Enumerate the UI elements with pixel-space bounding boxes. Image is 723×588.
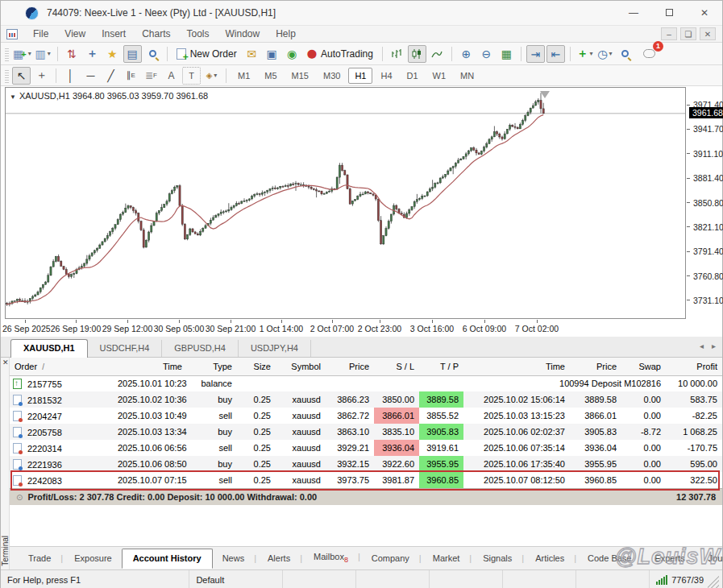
profiles-button[interactable]: ▥▾ bbox=[34, 45, 52, 63]
table-row[interactable]: 22042472025.10.03 10:49:56sell0.25xauusd… bbox=[10, 408, 722, 424]
horizontal-line-tool-icon[interactable]: ─ bbox=[81, 67, 100, 85]
channel-tool-icon[interactable]: ∥E bbox=[122, 67, 140, 85]
menu-window[interactable]: Window bbox=[218, 28, 268, 39]
column-header-size[interactable]: Size bbox=[237, 358, 276, 375]
periods-button[interactable]: ◷▾ bbox=[596, 45, 614, 63]
terminal-tab-news[interactable]: News| bbox=[217, 550, 262, 566]
vertical-line-tool-icon[interactable]: │ bbox=[61, 67, 80, 85]
fibonacci-tool-icon[interactable]: ≣F bbox=[142, 67, 160, 85]
terminal-tab-exposure[interactable]: Exposure bbox=[69, 550, 117, 566]
terminal-close-icon[interactable]: ✕ bbox=[2, 358, 9, 366]
mdi-restore-button[interactable]: ❏ bbox=[680, 27, 696, 40]
timeframe-m1[interactable]: M1 bbox=[231, 68, 256, 84]
chart-plot[interactable]: ▼XAUUSD,H1 3964.80 3965.03 3959.70 3961.… bbox=[5, 87, 686, 319]
timeframe-m5[interactable]: M5 bbox=[258, 68, 283, 84]
menu-insert[interactable]: Insert bbox=[93, 28, 134, 39]
menu-file[interactable]: File bbox=[25, 28, 56, 39]
line-chart-mode-icon[interactable] bbox=[428, 45, 447, 63]
crosshair-tool-icon[interactable]: ＋ bbox=[32, 67, 51, 85]
chart-window-icon[interactable] bbox=[6, 29, 18, 39]
terminal-tab-experts[interactable]: Experts| bbox=[649, 550, 702, 566]
terminal-tab-alerts[interactable]: Alerts| bbox=[262, 550, 308, 566]
column-header-time[interactable]: Time bbox=[463, 358, 570, 375]
maximize-button[interactable] bbox=[651, 7, 687, 19]
column-header-price[interactable]: Price bbox=[326, 358, 374, 375]
chart-shift-icon[interactable]: ⇤ bbox=[546, 45, 565, 63]
zoom-in-icon[interactable]: ⊕ bbox=[457, 45, 476, 63]
minimize-button[interactable]: — bbox=[616, 7, 651, 19]
text-tool-icon[interactable]: A bbox=[162, 67, 181, 85]
column-header-tp[interactable]: T / P bbox=[419, 358, 463, 375]
chevron-down-icon[interactable]: ▼ bbox=[10, 93, 16, 101]
candlestick-mode-icon[interactable] bbox=[408, 45, 426, 63]
tab-scroll-left[interactable]: ◂ bbox=[700, 342, 704, 350]
timeframe-mn[interactable]: MN bbox=[454, 68, 480, 84]
shapes-tool-button[interactable]: ◈▾ bbox=[202, 67, 221, 85]
data-window-icon[interactable]: ＋ bbox=[83, 45, 102, 63]
close-button[interactable]: ✕ bbox=[687, 7, 722, 19]
tile-windows-icon[interactable]: ▦ bbox=[497, 45, 516, 63]
timeframe-m30[interactable]: M30 bbox=[317, 68, 347, 84]
timeframe-w1[interactable]: W1 bbox=[426, 68, 453, 84]
terminal-tab-market[interactable]: Market| bbox=[427, 550, 477, 566]
connection-status[interactable]: 7767/39 bbox=[650, 570, 722, 588]
terminal-tab-code-base[interactable]: Code Base| bbox=[582, 550, 649, 566]
menu-help[interactable]: Help bbox=[268, 28, 304, 39]
table-row[interactable]: 22219362025.10.06 08:50:53buy0.25xauusd3… bbox=[10, 456, 722, 472]
strategy-tester-icon[interactable] bbox=[143, 45, 162, 63]
column-header-swap[interactable]: Swap bbox=[621, 358, 666, 375]
navigator-icon[interactable]: ★ bbox=[103, 45, 122, 63]
auto-scroll-icon[interactable]: ⇥ bbox=[526, 45, 545, 63]
toolbar-grip[interactable] bbox=[5, 68, 9, 83]
column-header-profit[interactable]: Profit bbox=[666, 358, 722, 375]
new-chart-button[interactable]: ▦+▾ bbox=[12, 45, 32, 63]
terminal-tab-trade[interactable]: Trade| bbox=[23, 550, 69, 566]
column-header-sl[interactable]: S / L bbox=[374, 358, 419, 375]
column-header-order[interactable]: Order/ bbox=[10, 358, 113, 375]
signals-icon[interactable]: ◉ bbox=[283, 45, 301, 63]
table-row[interactable]: 22203142025.10.06 06:56:59sell0.25xauusd… bbox=[10, 440, 722, 456]
resize-grip[interactable] bbox=[708, 570, 719, 588]
search-icon[interactable] bbox=[616, 45, 634, 63]
menu-tools[interactable]: Tools bbox=[179, 28, 218, 39]
mdi-minimize-button[interactable]: – bbox=[661, 27, 677, 40]
chart-tab-gbpusd-h4[interactable]: GBPUSD,H4 bbox=[162, 340, 239, 357]
column-header-price[interactable]: Price bbox=[570, 358, 621, 375]
terminal-tab-signals[interactable]: Signals| bbox=[477, 550, 530, 566]
menu-charts[interactable]: Charts bbox=[134, 28, 178, 39]
column-header-time[interactable]: Time bbox=[113, 358, 187, 375]
column-header-symbol[interactable]: Symbol bbox=[276, 358, 326, 375]
terminal-tab-articles[interactable]: Articles| bbox=[530, 550, 582, 566]
timeframe-m15[interactable]: M15 bbox=[285, 68, 315, 84]
timeframe-h4[interactable]: H4 bbox=[374, 68, 398, 84]
chart-tab-xauusd-h1[interactable]: XAUUSD,H1 bbox=[10, 339, 88, 358]
status-profile[interactable]: Default bbox=[189, 570, 282, 588]
mailbox-icon[interactable]: ✉ bbox=[243, 45, 261, 63]
zoom-out-icon[interactable]: ⊖ bbox=[477, 45, 496, 63]
new-order-button[interactable]: New Order bbox=[172, 45, 242, 63]
indicators-button[interactable]: ＋▾ bbox=[575, 45, 594, 63]
timeframe-h1[interactable]: H1 bbox=[348, 68, 372, 84]
market-watch-icon[interactable]: ⇅ bbox=[63, 45, 81, 63]
metaeditor-icon[interactable]: ▣ bbox=[263, 45, 281, 63]
table-row[interactable]: 21815322025.10.02 10:36:46buy0.25xauusd3… bbox=[10, 391, 722, 408]
chart-tab-usdchf-h4[interactable]: USDCHF,H4 bbox=[88, 340, 163, 357]
terminal-tab-mailbox[interactable]: Mailbox8| bbox=[308, 549, 366, 567]
menu-view[interactable]: View bbox=[56, 28, 93, 39]
terminal-tab-account-history[interactable]: Account History bbox=[122, 549, 213, 569]
trendline-tool-icon[interactable]: ╱ bbox=[102, 67, 120, 85]
table-row[interactable]: 21577552025.10.01 10:23:32balance100994 … bbox=[10, 375, 722, 391]
terminal-tab-company[interactable]: Company| bbox=[366, 550, 427, 566]
notifications-icon[interactable]: 1 bbox=[640, 45, 659, 63]
column-header-type[interactable]: Type bbox=[187, 358, 237, 375]
chart-tab-usdjpy-h4[interactable]: USDJPY,H4 bbox=[239, 340, 311, 357]
text-label-tool-icon[interactable]: T bbox=[182, 67, 201, 85]
timeframe-d1[interactable]: D1 bbox=[401, 68, 425, 84]
cursor-tool-icon[interactable]: ↖ bbox=[12, 67, 31, 85]
table-row[interactable]: 22057582025.10.03 13:34:57buy0.25xauusd3… bbox=[10, 424, 722, 440]
mdi-close-button[interactable]: ✕ bbox=[700, 27, 716, 40]
terminal-panel-icon[interactable]: ▤ bbox=[123, 45, 142, 63]
autotrading-button[interactable]: ⬤ AutoTrading bbox=[302, 45, 378, 63]
bar-chart-mode-icon[interactable] bbox=[388, 45, 406, 63]
table-header-row[interactable]: Order/TimeTypeSizeSymbolPriceS / LT / PT… bbox=[10, 358, 722, 375]
